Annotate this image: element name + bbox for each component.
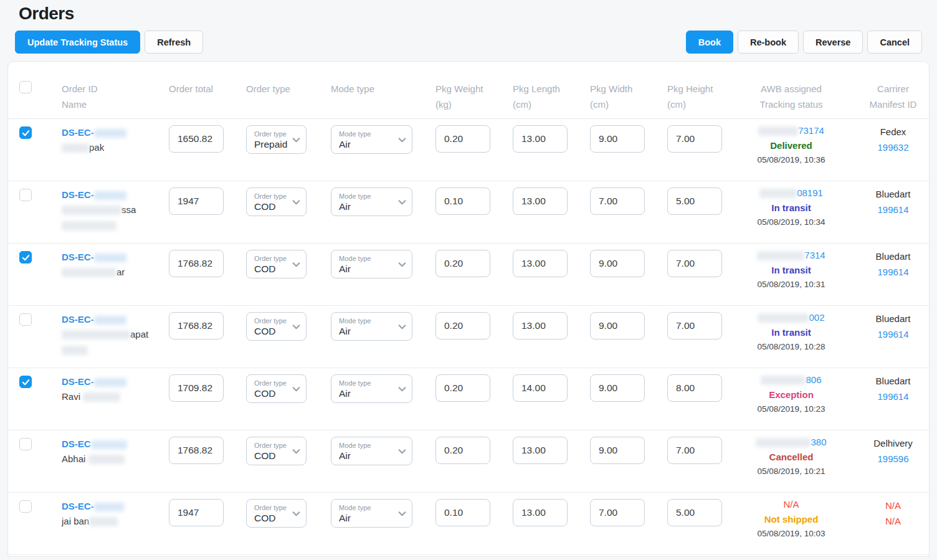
order-total-cell [153,119,229,181]
orders-table: Order ID Name Order total Order type Mod… [7,61,930,557]
manifest-id-link[interactable]: 199632 [877,142,908,153]
order-type-select[interactable]: Order typeCOD [246,437,307,465]
order-id-link[interactable]: DS-EC [62,439,153,449]
row-checkbox[interactable] [19,500,32,513]
order-type-select[interactable]: Order typeCOD [246,374,307,403]
awb-tracking-cell: 806Exception05/08/2019, 10:23 [726,368,856,430]
pkg-width-input[interactable] [590,125,645,153]
pkg-width-input[interactable] [590,312,645,339]
pkg-width-input[interactable] [590,437,645,464]
pkg-weight-input[interactable] [435,250,490,277]
redacted-name-block [759,189,797,198]
pkg-length-input[interactable] [513,312,568,339]
order-total-cell [153,244,229,305]
customer-name-text: ssa [121,204,136,215]
pkg-width-input[interactable] [590,187,645,215]
awb-link[interactable]: 7314 [804,250,825,260]
mode-type-select[interactable]: Mode typeAir [331,437,412,465]
rebook-button[interactable]: Re-book [738,31,799,54]
pkg-length-input[interactable] [513,187,568,215]
order-total-input[interactable] [169,187,224,215]
manifest-id-link[interactable]: 199614 [877,329,908,339]
pkg-height-input[interactable] [667,312,722,339]
manifest-id-link[interactable]: 199596 [877,453,908,464]
pkg-weight-input[interactable] [435,499,490,526]
pkg-height-input[interactable] [667,125,722,153]
awb-link[interactable]: 08191 [797,187,823,198]
pkg-weight-input[interactable] [435,125,490,153]
pkg-weight-input[interactable] [435,187,490,215]
cancel-button[interactable]: Cancel [867,31,922,54]
row-checkbox[interactable] [19,251,32,263]
mode-type-select[interactable]: Mode typeAir [331,250,412,278]
manifest-id-link[interactable]: 199614 [877,391,908,402]
pkg-width-input[interactable] [590,374,645,402]
table-row: DS-EC-apatOrder typeCODMode typeAir002In… [8,306,929,368]
row-checkbox[interactable] [19,376,32,388]
order-type-select[interactable]: Order typeCOD [246,499,307,528]
pkg-height-input[interactable] [667,499,722,526]
order-type-select[interactable]: Order typeCOD [246,250,307,278]
customer-name: ssa [62,204,153,215]
awb-link[interactable]: 002 [809,312,824,323]
manifest-id-link[interactable]: 199614 [877,204,908,215]
pkg-height-input[interactable] [667,374,722,402]
order-id-link[interactable]: DS-EC- [62,376,153,387]
mode-type-select[interactable]: Mode typeAir [331,187,412,216]
awb-link[interactable]: 73174 [798,125,824,136]
mode-type-select[interactable]: Mode typeAir [331,499,412,528]
mode-type-select-inner: Mode typeAir [339,191,396,212]
mode-type-select[interactable]: Mode typeAir [331,374,412,403]
order-type-select[interactable]: Order typePrepaid [246,125,307,154]
tracking-timestamp: 05/08/2019, 10:31 [726,280,856,289]
awb-link[interactable]: 806 [806,374,821,385]
select-all-checkbox[interactable] [19,81,32,93]
pkg-length-input[interactable] [513,374,568,402]
manifest-id-link[interactable]: 199614 [877,267,908,277]
reverse-button[interactable]: Reverse [803,31,863,54]
order-id-link[interactable]: DS-EC- [62,501,153,511]
pkg-width-input[interactable] [590,250,645,277]
order-total-input[interactable] [169,250,224,277]
order-id-link[interactable]: DS-EC- [62,314,153,325]
row-checkbox[interactable] [19,438,32,450]
awb-na-value: N/A [783,499,799,510]
mode-type-select[interactable]: Mode typeAir [331,125,412,154]
awb-link[interactable]: 380 [811,437,826,447]
mode-type-cell: Mode typeAir [313,493,418,554]
pkg-length-input[interactable] [513,437,568,464]
pkg-weight-input[interactable] [435,312,490,339]
order-id-link[interactable]: DS-EC- [62,252,153,262]
pkg-length-input[interactable] [513,250,568,277]
pkg-height-input[interactable] [667,250,722,277]
redacted-name-block [756,438,811,447]
order-total-input[interactable] [169,499,224,526]
mode-type-select[interactable]: Mode typeAir [331,312,412,341]
row-checkbox[interactable] [19,313,32,326]
order-id-link[interactable]: DS-EC- [62,127,153,138]
row-checkbox[interactable] [19,189,32,201]
carrier-name: Bluedart [856,376,930,386]
pkg-length-input[interactable] [513,499,568,526]
pkg-weight-input[interactable] [435,374,490,402]
pkg-height-input[interactable] [667,437,722,464]
table-body: DS-EC-pakOrder typePrepaidMode typeAir73… [8,119,929,555]
pkg-width-input[interactable] [590,499,645,526]
pkg-length-input[interactable] [513,125,568,153]
order-total-input[interactable] [169,312,224,339]
row-checkbox[interactable] [19,126,32,139]
order-total-input[interactable] [169,125,224,153]
refresh-button[interactable]: Refresh [145,31,203,54]
order-cell: DS-EC-ar [43,244,153,305]
order-id-link[interactable]: DS-EC- [62,189,153,200]
update-tracking-status-button[interactable]: Update Tracking Status [15,31,140,54]
order-type-select[interactable]: Order typeCOD [246,187,307,216]
pkg-weight-input[interactable] [435,437,490,464]
chevron-down-icon [292,447,301,456]
header-order-id-line1: Order ID [62,81,153,97]
book-button[interactable]: Book [686,31,733,54]
order-total-input[interactable] [169,374,224,402]
order-total-input[interactable] [169,437,224,464]
order-type-select[interactable]: Order typeCOD [246,312,307,341]
pkg-height-input[interactable] [667,187,722,215]
